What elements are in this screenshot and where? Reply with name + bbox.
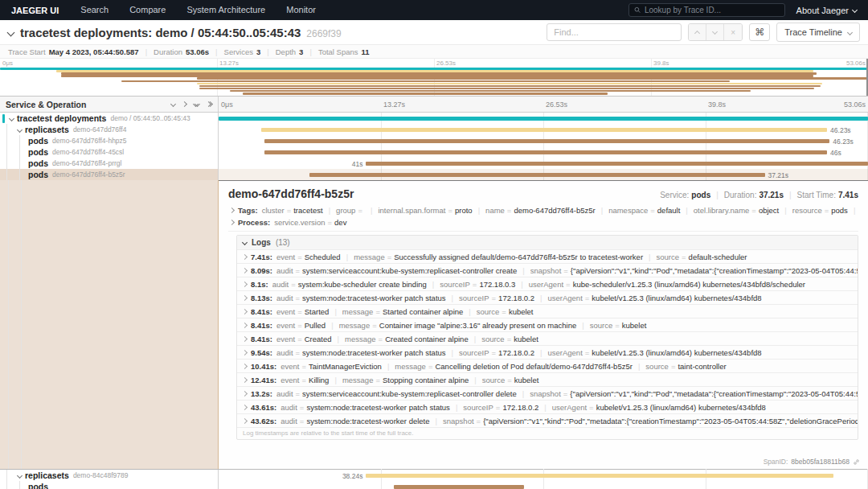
equals-sign: = [297,307,302,316]
view-select[interactable]: Trace Timeline [776,23,860,42]
log-entry-row[interactable]: 10.41s:event=TaintManagerEviction|messag… [237,359,858,372]
log-entry-row[interactable]: 8.13s:audit=system:node:tracetest-worker… [237,290,858,304]
next-result-button[interactable] [706,24,724,40]
clear-find-button[interactable]: × [724,24,742,40]
summary-value: May 4 2023, 05:44:50.587 [49,47,139,56]
equals-sign: = [650,206,655,215]
span-bar[interactable] [394,485,524,489]
span-row[interactable]: replicasetsdemo-84c48f978938.24s [0,470,868,481]
span-name-cell[interactable]: podsdemo-647dd76ff4-b5z5r [0,169,219,180]
jaeger-logo[interactable]: JAEGER UI [0,6,70,15]
log-entry-row[interactable]: 13.2s:audit=system:serviceaccount:kube-s… [237,386,858,400]
span-timeline-cell[interactable]: 37.21s [219,169,868,180]
span-bar[interactable] [264,139,830,143]
span-name-cell[interactable]: tracetest deploymentsdemo / 05:44:50..05… [0,113,219,124]
nav-item-system-architecture[interactable]: System Architecture [176,0,276,20]
span-timeline-cell[interactable]: 46s [219,146,868,158]
tag-key: userAgent [529,280,563,289]
collapse-trace-icon[interactable] [7,28,15,36]
collapse-chevron-icon[interactable] [9,115,14,121]
span-name-cell[interactable]: podsdemo-647dd76ff4-hhpz5 [0,135,219,146]
log-entry-row[interactable]: 43.61s:audit=system:node:tracetest-worke… [237,400,858,413]
nav-item-compare[interactable]: Compare [119,0,176,20]
log-entry-row[interactable]: 8.41s:event=Started|message=Started cont… [237,304,858,318]
double-chevron-down-icon[interactable] [194,102,199,106]
span-timeline-cell[interactable]: 41s [219,158,868,169]
separator: | [469,307,470,316]
equals-sign: = [563,389,568,398]
meta-label: Service: [660,191,689,199]
tag-value: Cancelling deletion of Pod default/demo-… [435,362,632,371]
span-bar[interactable] [366,474,833,478]
log-entry-row[interactable]: 8.41s:event=Pulled|message=Container ima… [237,318,858,331]
prev-result-button[interactable] [689,24,706,40]
span-timeline-cell[interactable]: 46.23s [219,124,868,135]
span-bar[interactable] [261,128,828,132]
span-name-cell[interactable]: pods [0,481,219,489]
tags-accordion[interactable]: Tags: cluster=tracetest|group=|internal.… [228,206,858,215]
span-timeline-cell[interactable]: 38.24s [219,470,868,481]
timeline-tick: 53.06s [844,101,866,109]
logs-accordion-header[interactable]: Logs (13) [237,236,858,249]
log-entry-row[interactable]: 12.41s:event=Killing|message=Stopping co… [237,372,858,386]
equals-sign: = [287,206,292,215]
top-navbar: JAEGER UI SearchCompareSystem Architectu… [0,0,868,20]
keyboard-shortcuts-button[interactable]: ⌘ [749,23,770,41]
log-entry-row[interactable]: 9.54s:audit=system:node:tracetest-worker… [237,345,858,359]
span-timeline-cell[interactable] [219,481,868,489]
span-name-cell[interactable]: replicasetsdemo-647dd76ff4 [0,124,219,135]
tag-value: Killing [309,376,329,384]
span-timeline-cell[interactable]: 46.23s [219,135,868,146]
separator: | [452,294,453,302]
chevron-right-icon[interactable] [182,102,186,106]
span-row[interactable]: podsdemo-647dd76ff4-prrgl41s [0,158,868,169]
span-row[interactable]: podsdemo-647dd76ff4-b5z5r37.21s [0,169,868,180]
log-entry-row[interactable]: 8.1s:audit=system:kube-scheduler create … [237,277,858,290]
trace-lookup-input[interactable] [645,6,780,14]
span-row[interactable]: podsdemo-647dd76ff4-45csl46s [0,146,868,158]
chevron-down-icon[interactable] [171,102,175,106]
log-entry-row[interactable]: 7.41s:event=Scheduled|message=Successful… [237,249,858,263]
log-entry-row[interactable]: 8.41s:event=Created|message=Created cont… [237,331,858,345]
double-chevron-right-icon[interactable] [207,102,212,106]
logs-section: Logs (13) 7.41s:event=Scheduled|message=… [236,235,858,440]
span-row[interactable]: tracetest deploymentsdemo / 05:44:50..05… [0,113,868,124]
timeline-tick: 26.53s [546,101,567,109]
find-input[interactable] [547,23,682,41]
tag-key: event [276,307,295,316]
copy-link-icon[interactable] [853,458,860,466]
trace-lookup-box[interactable] [628,3,785,17]
nav-item-monitor[interactable]: Monitor [276,0,326,20]
about-jaeger-menu[interactable]: About Jaeger [796,6,868,15]
span-bar[interactable] [366,162,868,166]
tag-value: Successfully assigned default/demo-647dd… [394,253,643,261]
chevron-right-icon [242,322,248,327]
timeline-ticks: 0μs13.27s26.53s39.8s53.06s [219,97,868,112]
span-name-cell[interactable]: podsdemo-647dd76ff4-prrgl [0,158,219,169]
process-list: service.version=dev [274,218,346,227]
span-name-cell[interactable]: podsdemo-647dd76ff4-45csl [0,146,219,158]
log-entry-row[interactable]: 8.09s:audit=system:serviceaccount:kube-s… [237,263,858,277]
tag-value: kubelet/v1.25.3 (linux/amd64) kubernetes… [592,348,761,357]
span-row[interactable]: replicasetsdemo-647dd76ff446.23s [0,124,868,135]
span-row[interactable]: pods [0,481,868,489]
tag-key: event [280,362,299,371]
span-timeline-cell[interactable] [219,113,868,124]
process-accordion[interactable]: Process: service.version=dev [228,218,858,227]
span-bar[interactable] [219,117,868,121]
separator: | [582,321,583,330]
tag-key: audit [272,280,289,289]
span-bar[interactable] [309,173,764,177]
collapse-chevron-icon[interactable] [17,472,23,478]
span-name-cell[interactable]: replicasetsdemo-84c48f9789 [0,470,219,481]
summary-value: 11 [362,47,370,56]
span-bar[interactable] [264,150,828,154]
nav-item-search[interactable]: Search [70,0,119,20]
tag-value: 172.18.0.3 [479,280,515,289]
timeline-minimap[interactable]: 0μs13.27s26.53s39.8s53.06s [0,59,868,97]
tag-key: message [342,307,374,316]
span-row[interactable]: podsdemo-647dd76ff4-hhpz546.23s [0,135,868,146]
log-entry-row[interactable]: 43.62s:audit=system:node:tracetest-worke… [237,413,858,427]
collapse-chevron-icon[interactable] [17,126,23,132]
span-service-name: pods [28,147,48,157]
